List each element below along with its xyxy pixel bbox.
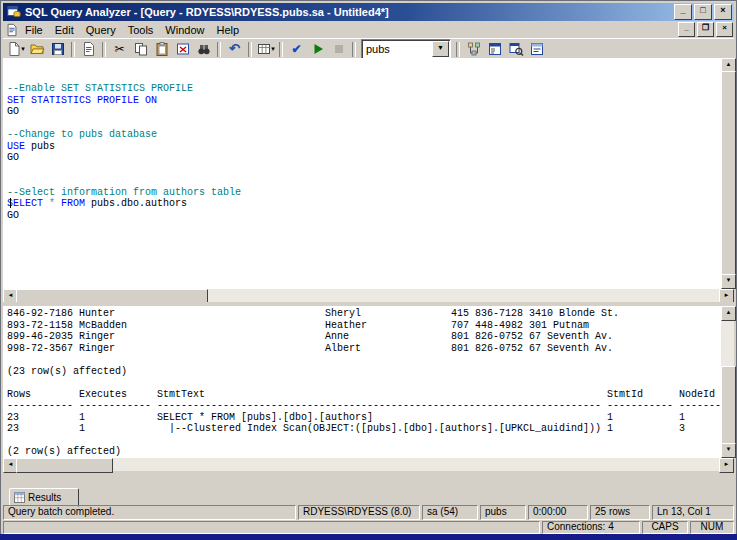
close-button[interactable]: × xyxy=(714,4,732,20)
toolbar-separator xyxy=(456,42,460,57)
clear-window-button[interactable] xyxy=(172,40,193,58)
editor-line: GO xyxy=(7,152,725,164)
object-search-icon xyxy=(508,41,524,57)
scroll-up-icon[interactable]: ▲ xyxy=(721,306,736,321)
results-line xyxy=(7,354,725,366)
menu-file[interactable]: File xyxy=(19,22,49,38)
save-icon xyxy=(50,41,66,57)
title-bar[interactable]: SQL Query Analyzer - [Query - RDYESS\RDY… xyxy=(3,3,734,21)
copy-button[interactable] xyxy=(130,40,151,58)
results-pane[interactable]: 846-92-7186 Hunter Sheryl 415 836-7128 3… xyxy=(3,306,725,460)
execute-query-button[interactable] xyxy=(307,40,328,58)
caps-lock-indicator: CAPS xyxy=(642,521,688,534)
execute-mode-icon xyxy=(256,41,272,57)
maximize-button[interactable]: □ xyxy=(694,4,712,20)
open-button[interactable] xyxy=(26,40,47,58)
query-status-bar: Query batch completed. RDYESS\RDYESS (8.… xyxy=(3,505,734,520)
app-status-bar: Connections: 4 CAPS NUM xyxy=(3,521,734,534)
status-panel-5: Ln 13, Col 1 xyxy=(652,505,734,520)
query-window-icon xyxy=(5,23,19,37)
results-line xyxy=(7,377,725,389)
status-message: Query batch completed. xyxy=(3,505,296,520)
editor-line: --Select information from authors table xyxy=(7,187,725,199)
results-line xyxy=(7,435,725,447)
results-line: (23 row(s) affected) xyxy=(7,366,725,378)
open-icon xyxy=(29,41,45,57)
editor-line: GO xyxy=(7,210,725,222)
query-editor[interactable]: --Enable SET STATISTICS PROFILESET STATI… xyxy=(3,58,725,291)
find-button[interactable] xyxy=(193,40,214,58)
insert-template-icon xyxy=(81,41,97,57)
execute-query-icon xyxy=(310,41,326,57)
scroll-down-icon[interactable]: ▼ xyxy=(721,443,736,458)
minimize-button[interactable]: _ xyxy=(674,4,692,20)
app-status-spacer xyxy=(3,521,540,534)
results-line: Rows Executes StmtText StmtId NodeId xyxy=(7,389,725,401)
object-browser-button[interactable] xyxy=(484,40,505,58)
results-line: ----------- ------------ ---------------… xyxy=(7,400,725,412)
toolbar: ▾✂↶▾✔pubs▼ xyxy=(3,38,734,59)
combo-dropdown-icon[interactable]: ▼ xyxy=(432,41,449,57)
new-query-button[interactable]: ▾ xyxy=(5,40,26,58)
editor-line xyxy=(7,164,725,176)
menu-window[interactable]: Window xyxy=(159,22,210,38)
new-query-icon xyxy=(6,41,22,57)
results-hscroll-thumb[interactable] xyxy=(16,458,113,473)
toolbar-separator xyxy=(71,42,75,57)
results-line: 998-72-3567 Ringer Albert 801 826-0752 6… xyxy=(7,343,725,355)
database-combo[interactable]: pubs▼ xyxy=(361,39,451,59)
scroll-down-icon[interactable]: ▼ xyxy=(721,274,736,289)
scroll-right-icon[interactable]: ► xyxy=(719,458,734,473)
mdi-minimize-button[interactable]: _ xyxy=(678,22,695,37)
editor-vertical-scrollbar[interactable]: ▲ ▼ xyxy=(721,58,734,289)
status-panel-4: 25 rows xyxy=(590,505,650,520)
results-line: 893-72-1158 McBadden Heather 707 448-498… xyxy=(7,320,725,332)
taskbar-edge xyxy=(0,534,737,540)
status-panel-0: RDYESS\RDYESS (8.0) xyxy=(298,505,420,520)
menu-bar: FileEditQueryToolsWindowHelp _ ❐ × xyxy=(3,21,734,38)
status-panels: RDYESS\RDYESS (8.0)sa (54)pubs0:00:0025 … xyxy=(298,505,734,520)
results-vertical-scrollbar[interactable]: ▲ ▼ xyxy=(721,306,734,458)
insert-template-button[interactable] xyxy=(78,40,99,58)
cut-icon: ✂ xyxy=(114,41,124,57)
editor-horizontal-scrollbar[interactable]: ◄ ► xyxy=(3,289,734,302)
editor-line xyxy=(7,175,725,187)
paste-button[interactable] xyxy=(151,40,172,58)
editor-vscroll-thumb[interactable] xyxy=(721,71,736,278)
save-button[interactable] xyxy=(47,40,68,58)
object-search-button[interactable] xyxy=(505,40,526,58)
toolbar-separator xyxy=(217,42,221,57)
cancel-query-icon xyxy=(331,41,347,57)
results-line: 846-92-7186 Hunter Sheryl 415 836-7128 3… xyxy=(7,308,725,320)
toolbar-separator xyxy=(248,42,252,57)
results-horizontal-scrollbar[interactable]: ◄ ► xyxy=(3,458,734,471)
menu-tools[interactable]: Tools xyxy=(122,22,160,38)
editor-line: USE pubs xyxy=(7,141,725,153)
object-browser-icon xyxy=(487,41,503,57)
menu-edit[interactable]: Edit xyxy=(49,22,80,38)
paste-icon xyxy=(154,41,170,57)
mdi-restore-button[interactable]: ❐ xyxy=(697,22,714,37)
display-estimated-plan-button[interactable] xyxy=(463,40,484,58)
execute-mode-button[interactable]: ▾ xyxy=(255,40,276,58)
results-line: 23 1 |--Clustered Index Scan(OBJECT:([pu… xyxy=(7,423,725,435)
status-panel-2: pubs xyxy=(480,505,526,520)
cancel-query-button[interactable] xyxy=(328,40,349,58)
editor-line: GO xyxy=(7,106,725,118)
text-caret xyxy=(10,198,11,208)
menu-query[interactable]: Query xyxy=(80,22,122,38)
parse-query-button[interactable]: ✔ xyxy=(286,40,307,58)
results-vscroll-thumb[interactable] xyxy=(721,366,736,447)
tab-results-label: Results xyxy=(28,492,61,503)
editor-lines: --Enable SET STATISTICS PROFILESET STATI… xyxy=(7,83,725,233)
cut-button[interactable]: ✂ xyxy=(109,40,130,58)
menu-help[interactable]: Help xyxy=(210,22,245,38)
undo-button[interactable]: ↶ xyxy=(224,40,245,58)
connection-properties-button[interactable] xyxy=(526,40,547,58)
undo-icon: ↶ xyxy=(229,41,240,57)
app-icon xyxy=(7,5,21,19)
find-icon xyxy=(196,41,212,57)
editor-line xyxy=(7,221,725,233)
mdi-close-button[interactable]: × xyxy=(716,22,733,37)
results-line: 899-46-2035 Ringer Anne 801 826-0752 67 … xyxy=(7,331,725,343)
